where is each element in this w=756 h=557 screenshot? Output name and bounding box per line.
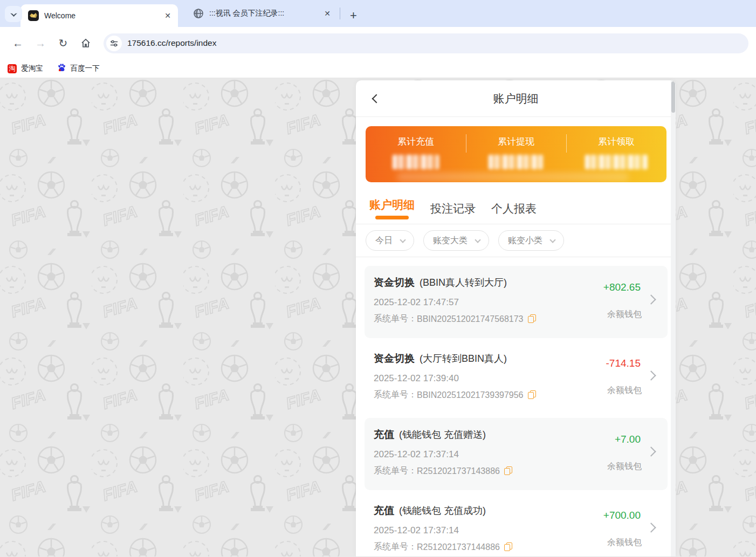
order-prefix: 系统单号： [374, 465, 417, 477]
new-tab-button[interactable]: + [345, 10, 362, 22]
reload-button[interactable]: ↻ [53, 33, 73, 53]
order-number: R2512021737144886 [417, 542, 500, 552]
copy-icon[interactable] [528, 390, 536, 400]
close-icon[interactable]: ✕ [163, 11, 173, 20]
bookmarks-bar: 淘 爱淘宝 百度一下 [0, 59, 756, 78]
panel-header: 账户明细 [356, 80, 676, 117]
chevron-down-icon [400, 237, 406, 243]
url-text[interactable]: 175616.cc/reports/index [127, 38, 216, 48]
stat-label: 累计充值 [397, 135, 434, 148]
panel-scrollbar[interactable] [671, 80, 676, 556]
wallet-label: 余额钱包 [607, 309, 642, 320]
section-tabs: 账户明细 投注记录 个人报表 [356, 182, 676, 224]
order-prefix: 系统单号： [374, 541, 417, 553]
order-number: BBIN202512021739397956 [417, 390, 524, 400]
wallet-label: 余额钱包 [607, 385, 642, 396]
transaction-amount: -714.15 [606, 357, 641, 369]
filter-label: 账变大类 [433, 235, 468, 246]
home-button[interactable] [75, 33, 96, 53]
filter-label: 今日 [375, 235, 393, 246]
transaction-row[interactable]: 充值 (钱能钱包 充值成功) 2025-12-02 17:37:14 系统单号：… [365, 494, 668, 556]
site-favicon-icon [28, 10, 39, 21]
tab-search-button[interactable] [5, 6, 22, 22]
browser-toolbar: ← → ↻ 175616.cc/reports/index [0, 27, 756, 59]
address-bar[interactable]: 175616.cc/reports/index [104, 33, 748, 53]
page-title: 账户明细 [493, 91, 539, 106]
transaction-type: 充值 [374, 428, 394, 442]
copy-icon[interactable] [504, 542, 512, 552]
wallet-label: 余额钱包 [607, 537, 642, 548]
tab-strip: Welcome ✕ :::视讯 会员下注纪录::: ✕ + [0, 0, 756, 27]
bookmark-label: 爱淘宝 [21, 64, 43, 73]
tab-divider [340, 8, 340, 19]
close-icon[interactable]: ✕ [322, 9, 332, 18]
site-settings-icon[interactable] [106, 36, 122, 51]
filter-date-dropdown[interactable]: 今日 [366, 230, 414, 251]
back-chevron-button[interactable] [370, 92, 383, 105]
transaction-datetime: 2025-12-02 17:47:57 [374, 297, 668, 308]
transaction-row[interactable]: 充值 (钱能钱包 充值赠送) 2025-12-02 17:37:14 系统单号：… [365, 418, 668, 490]
transaction-type: 资金切换 [374, 352, 415, 366]
forward-button[interactable]: → [30, 33, 51, 53]
transaction-datetime: 2025-12-02 17:37:14 [374, 525, 668, 536]
scrollbar-thumb[interactable] [671, 81, 675, 113]
transaction-detail: (大厅转到BBIN真人) [420, 352, 507, 365]
transaction-row[interactable]: 资金切换 (大厅转到BBIN真人) 2025-12-02 17:39:40 系统… [365, 342, 668, 414]
masked-value [585, 155, 648, 169]
tab-label: 账户明细 [369, 198, 415, 211]
globe-icon [193, 8, 204, 19]
bookmark-baidu[interactable]: 百度一下 [57, 63, 100, 74]
order-prefix: 系统单号： [374, 389, 417, 401]
bookmark-label: 百度一下 [71, 64, 100, 73]
copy-icon[interactable] [504, 466, 512, 476]
chevron-left-icon [372, 94, 381, 104]
order-number: BBIN202512021747568173 [417, 314, 524, 324]
chevron-down-icon [10, 10, 17, 17]
filter-major-type-dropdown[interactable]: 账变大类 [423, 230, 489, 251]
transaction-amount: +7.00 [615, 434, 641, 445]
transaction-datetime: 2025-12-02 17:37:14 [374, 449, 668, 460]
transaction-detail: (钱能钱包 充值赠送) [399, 428, 486, 441]
transaction-detail: (BBIN真人转到大厅) [420, 276, 507, 289]
filter-row: 今日 账变大类 账变小类 [356, 224, 676, 257]
tab-title: :::视讯 会员下注纪录::: [209, 9, 322, 18]
tab-title: Welcome [44, 11, 163, 20]
tab-personal-report[interactable]: 个人报表 [491, 201, 537, 224]
back-button[interactable]: ← [8, 33, 28, 53]
bookmark-taobao[interactable]: 淘 爱淘宝 [8, 64, 43, 73]
transaction-list: 资金切换 (BBIN真人转到大厅) 2025-12-02 17:47:57 系统… [356, 257, 676, 556]
tab-label: 投注记录 [430, 202, 476, 215]
transaction-amount: +700.00 [603, 510, 641, 521]
stat-label: 累计领取 [598, 135, 635, 148]
baidu-paw-icon [57, 63, 66, 74]
chevron-down-icon [475, 237, 480, 243]
active-tab-underline [375, 216, 409, 219]
filter-minor-type-dropdown[interactable]: 账变小类 [498, 230, 564, 251]
chevron-down-icon [549, 237, 555, 243]
browser-tab-welcome[interactable]: Welcome ✕ [20, 4, 178, 27]
copy-icon[interactable] [528, 314, 536, 324]
filter-label: 账变小类 [508, 235, 542, 246]
totals-card: 累计充值 累计提现 累计领取 [366, 126, 666, 182]
transaction-row[interactable]: 资金切换 (BBIN真人转到大厅) 2025-12-02 17:47:57 系统… [365, 266, 668, 338]
masked-value [489, 155, 544, 169]
blur-artifact [397, 173, 629, 181]
account-detail-panel: 账户明细 累计充值 累计提现 累计领取 账户明细 投注记录 [356, 80, 676, 556]
tab-account-detail[interactable]: 账户明细 [369, 197, 415, 224]
transaction-datetime: 2025-12-02 17:39:40 [374, 373, 668, 384]
taobao-icon: 淘 [8, 64, 17, 73]
browser-tab-records[interactable]: :::视讯 会员下注纪录::: ✕ [185, 0, 338, 27]
transaction-detail: (钱能钱包 充值成功) [399, 504, 486, 517]
transaction-type: 资金切换 [374, 276, 415, 290]
tab-label: 个人报表 [491, 202, 537, 215]
wallet-label: 余额钱包 [607, 461, 642, 472]
order-prefix: 系统单号： [374, 313, 417, 325]
transaction-amount: +802.65 [603, 281, 641, 293]
order-number: R2512021737143886 [417, 466, 500, 476]
web-page: FIFA [0, 78, 756, 556]
stat-label: 累计提现 [498, 135, 534, 148]
transaction-type: 充值 [374, 504, 394, 518]
masked-value [393, 155, 439, 169]
tab-bet-records[interactable]: 投注记录 [430, 201, 476, 224]
